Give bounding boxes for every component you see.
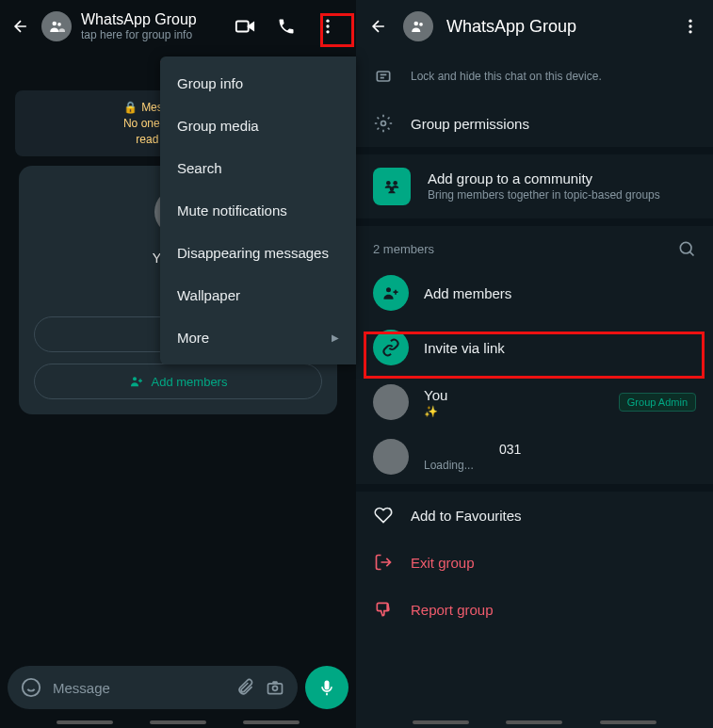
nav-recent[interactable] <box>57 720 113 724</box>
community-icon <box>373 168 411 205</box>
community-title: Add group to a community <box>428 170 696 186</box>
report-group-row[interactable]: Report group <box>356 586 713 633</box>
info-more-icon[interactable] <box>679 15 702 38</box>
member-number: 031 <box>424 442 696 457</box>
add-person-icon <box>373 275 409 311</box>
svg-rect-9 <box>268 684 283 694</box>
chat-lock-text: Lock and hide this chat on this device. <box>411 70 696 85</box>
nav-home[interactable] <box>506 720 562 724</box>
svg-point-12 <box>414 22 419 26</box>
avatar <box>373 439 409 475</box>
svg-point-23 <box>386 287 391 292</box>
back-arrow-icon[interactable] <box>9 15 32 38</box>
mic-button[interactable] <box>305 666 348 709</box>
menu-wallpaper[interactable]: Wallpaper <box>160 274 356 316</box>
divider <box>356 484 713 492</box>
voice-call-icon[interactable] <box>275 15 298 38</box>
message-placeholder: Message <box>53 680 224 696</box>
svg-point-19 <box>386 181 391 186</box>
group-subtitle: tap here for group info <box>81 28 224 41</box>
add-members-text: Add members <box>152 375 228 389</box>
attach-icon[interactable] <box>235 678 254 697</box>
community-sub: Bring members together in topic-based gr… <box>428 188 696 203</box>
nav-back[interactable] <box>600 720 656 724</box>
info-group-avatar[interactable] <box>403 11 433 41</box>
favourites-row[interactable]: Add to Favourites <box>356 492 713 539</box>
invite-link-text: Invite via link <box>424 340 696 356</box>
svg-rect-11 <box>325 681 330 690</box>
header-actions <box>234 15 347 38</box>
camera-icon[interactable] <box>266 678 284 697</box>
dropdown-menu: Group info Group media Search Mute notif… <box>160 57 356 364</box>
android-nav-bar <box>0 720 356 724</box>
nav-back[interactable] <box>243 720 300 724</box>
svg-point-14 <box>689 20 691 23</box>
menu-more[interactable]: More▶ <box>160 316 356 359</box>
video-call-icon[interactable] <box>234 15 256 38</box>
exit-group-row[interactable]: Exit group <box>356 539 713 586</box>
nav-home[interactable] <box>150 720 206 724</box>
search-members-icon[interactable] <box>677 239 696 258</box>
back-arrow-icon[interactable] <box>367 15 390 38</box>
header-title-area[interactable]: WhatsApp Group tap here for group info <box>81 11 224 41</box>
heart-icon <box>373 505 394 526</box>
svg-point-4 <box>326 24 329 27</box>
member-contact-row[interactable]: 031 Loading... <box>356 429 713 484</box>
group-info-panel: WhatsApp Group Lock and hide this chat o… <box>356 0 713 728</box>
add-members-row[interactable]: Add members <box>356 266 713 320</box>
member-you-name: You <box>424 387 604 403</box>
avatar <box>373 384 409 420</box>
invite-link-row[interactable]: Invite via link <box>356 320 713 375</box>
thumbs-down-icon <box>373 599 394 620</box>
member-you-row[interactable]: You ✨ Group Admin <box>356 375 713 429</box>
menu-group-info[interactable]: Group info <box>160 62 356 105</box>
message-input[interactable]: Message <box>8 666 298 709</box>
group-title: WhatsApp Group <box>81 11 224 28</box>
favourites-text: Add to Favourites <box>411 508 522 524</box>
report-text: Report group <box>411 602 494 618</box>
more-menu-icon[interactable] <box>316 15 339 38</box>
svg-rect-2 <box>236 22 249 32</box>
chat-header: WhatsApp Group tap here for group info <box>0 0 356 53</box>
exit-icon <box>373 552 394 573</box>
gear-icon <box>373 113 394 134</box>
svg-point-15 <box>689 24 691 27</box>
svg-point-1 <box>57 23 61 26</box>
member-you-status: ✨ <box>424 405 604 418</box>
nav-recent[interactable] <box>413 720 469 724</box>
menu-disappearing[interactable]: Disappearing messages <box>160 232 356 274</box>
svg-point-0 <box>53 22 57 26</box>
admin-badge: Group Admin <box>619 393 696 412</box>
add-members-pill[interactable]: Add members <box>34 364 322 399</box>
svg-rect-17 <box>377 72 389 81</box>
exit-text: Exit group <box>411 555 475 571</box>
emoji-icon[interactable] <box>21 677 41 698</box>
svg-point-8 <box>23 679 40 696</box>
svg-point-13 <box>419 23 423 26</box>
svg-point-3 <box>326 20 329 23</box>
chat-lock-row[interactable]: Lock and hide this chat on this device. <box>356 53 713 100</box>
info-title: WhatsApp Group <box>446 17 666 37</box>
member-loading: Loading... <box>424 459 696 472</box>
svg-point-22 <box>680 242 691 253</box>
divider <box>356 218 713 226</box>
permissions-text: Group permissions <box>411 116 696 132</box>
svg-point-16 <box>689 30 691 33</box>
menu-mute[interactable]: Mute notifications <box>160 189 356 232</box>
members-count: 2 members <box>373 242 434 256</box>
group-avatar[interactable] <box>41 11 72 41</box>
chat-lock-icon <box>373 66 394 87</box>
menu-search[interactable]: Search <box>160 147 356 189</box>
svg-point-10 <box>273 686 278 690</box>
menu-group-media[interactable]: Group media <box>160 105 356 147</box>
info-header: WhatsApp Group <box>356 0 713 53</box>
community-row[interactable]: Add group to a community Bring members t… <box>356 154 713 218</box>
svg-point-5 <box>326 30 329 33</box>
add-members-text: Add members <box>424 285 696 301</box>
group-permissions-row[interactable]: Group permissions <box>356 100 713 147</box>
chat-panel: WhatsApp Group tap here for group info 🔒… <box>0 0 356 728</box>
svg-point-7 <box>133 378 137 381</box>
link-icon <box>373 330 409 365</box>
lock-icon: 🔒 <box>123 100 138 116</box>
divider <box>356 147 713 154</box>
